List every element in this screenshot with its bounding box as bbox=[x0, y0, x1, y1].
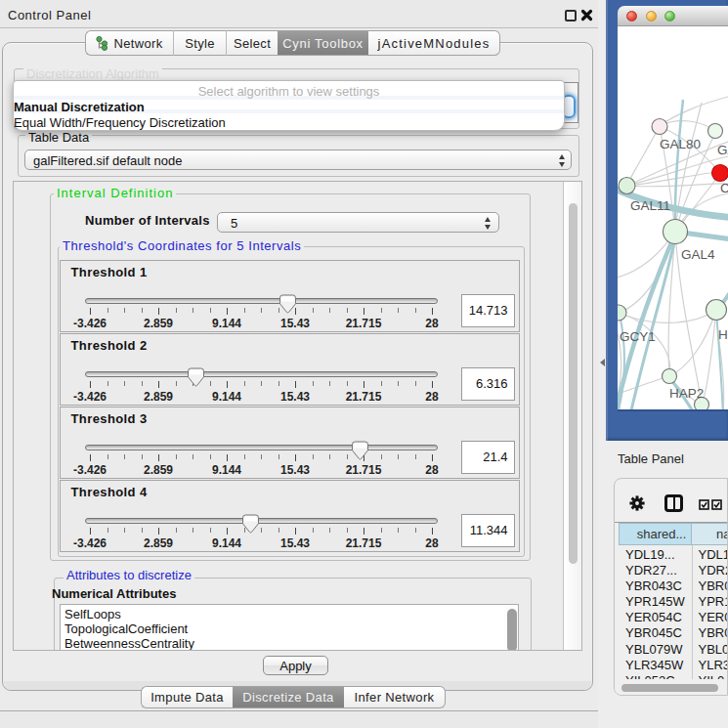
svg-text:H: H bbox=[718, 327, 728, 342]
svg-text:GA: GA bbox=[717, 143, 728, 157]
svg-text:GAL4: GAL4 bbox=[681, 247, 715, 262]
svg-text:HAP2: HAP2 bbox=[669, 386, 704, 401]
svg-text:GAL11: GAL11 bbox=[630, 198, 670, 213]
svg-text:GAL80: GAL80 bbox=[660, 137, 701, 151]
svg-text:C: C bbox=[720, 181, 728, 195]
svg-text:GCY1: GCY1 bbox=[620, 329, 656, 344]
